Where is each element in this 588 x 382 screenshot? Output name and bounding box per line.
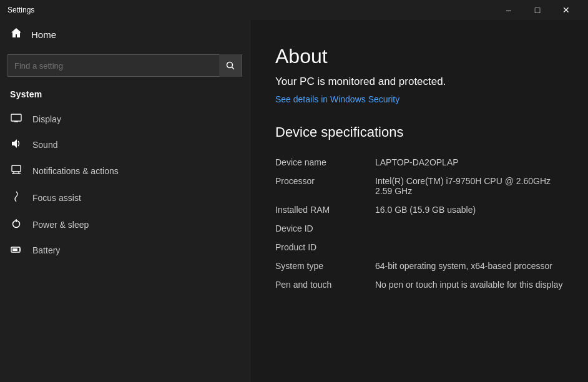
close-button[interactable]: ✕: [552, 0, 581, 20]
spec-value: [375, 223, 563, 233]
notifications-label: Notifications & actions: [32, 166, 119, 176]
maximize-button[interactable]: □: [523, 0, 552, 20]
power-icon: [10, 218, 22, 231]
sidebar-item-focus[interactable]: Focus assist: [0, 184, 250, 212]
focus-label: Focus assist: [32, 193, 81, 203]
spec-label: Pen and touch: [275, 280, 375, 290]
battery-icon: [10, 245, 22, 256]
display-label: Display: [32, 114, 61, 124]
notifications-icon: [10, 165, 22, 177]
spec-value: Intel(R) Core(TM) i7-9750H CPU @ 2.60GHz…: [375, 176, 563, 196]
spec-row: Pen and touchNo pen or touch input is av…: [275, 275, 563, 294]
spec-row: ProcessorIntel(R) Core(TM) i7-9750H CPU …: [275, 172, 563, 200]
power-label: Power & sleep: [32, 220, 89, 230]
search-button[interactable]: [219, 54, 242, 77]
device-section-title: Device specifications: [275, 124, 563, 140]
system-category-label: System: [0, 86, 250, 107]
search-box: [7, 54, 242, 77]
battery-label: Battery: [32, 245, 60, 255]
sidebar-item-sound[interactable]: Sound: [0, 132, 250, 158]
sidebar-item-battery[interactable]: Battery: [0, 238, 250, 263]
sound-icon: [10, 139, 22, 151]
window-controls: – □ ✕: [494, 0, 581, 20]
svg-rect-2: [11, 114, 21, 121]
spec-value: 16.0 GB (15.9 GB usable): [375, 205, 563, 215]
spec-label: Installed RAM: [275, 205, 375, 215]
home-icon: [10, 27, 22, 42]
svg-line-1: [232, 67, 235, 70]
spec-row: Installed RAM16.0 GB (15.9 GB usable): [275, 200, 563, 219]
svg-point-0: [227, 62, 233, 68]
home-label: Home: [31, 29, 56, 40]
titlebar: Settings – □ ✕: [0, 0, 588, 20]
spec-label: Processor: [275, 176, 375, 196]
search-icon: [226, 61, 235, 70]
focus-icon: [10, 191, 22, 205]
main-layout: Home System: [0, 20, 588, 382]
spec-value: LAPTOP-DA2OPLAP: [375, 157, 563, 167]
spec-value: [375, 242, 563, 252]
page-title: About: [275, 45, 563, 68]
svg-rect-13: [12, 248, 17, 251]
spec-label: Device name: [275, 157, 375, 167]
content-area: About Your PC is monitored and protected…: [250, 20, 588, 382]
spec-row: Device ID: [275, 219, 563, 238]
search-input[interactable]: [8, 61, 219, 71]
spec-row: Device nameLAPTOP-DA2OPLAP: [275, 153, 563, 172]
spec-row: Product ID: [275, 238, 563, 257]
spec-label: Device ID: [275, 223, 375, 233]
spec-row: System type64-bit operating system, x64-…: [275, 257, 563, 275]
spec-table: Device nameLAPTOP-DA2OPLAPProcessorIntel…: [275, 153, 563, 294]
protected-text: Your PC is monitored and protected.: [275, 76, 563, 88]
sidebar-item-display[interactable]: Display: [0, 107, 250, 132]
sound-label: Sound: [32, 140, 57, 150]
spec-value: No pen or touch input is available for t…: [375, 280, 563, 290]
svg-marker-5: [12, 139, 17, 148]
display-icon: [10, 114, 22, 125]
search-container: [0, 49, 250, 86]
svg-rect-6: [12, 165, 21, 172]
sidebar: Home System: [0, 20, 250, 382]
spec-label: System type: [275, 261, 375, 271]
minimize-button[interactable]: –: [494, 0, 523, 20]
security-link[interactable]: See details in Windows Security: [275, 94, 563, 104]
app-title: Settings: [7, 6, 34, 14]
spec-label: Product ID: [275, 242, 375, 252]
spec-value: 64-bit operating system, x64-based proce…: [375, 261, 563, 271]
sidebar-item-home[interactable]: Home: [0, 20, 250, 49]
sidebar-item-power[interactable]: Power & sleep: [0, 212, 250, 238]
sidebar-item-notifications[interactable]: Notifications & actions: [0, 158, 250, 184]
